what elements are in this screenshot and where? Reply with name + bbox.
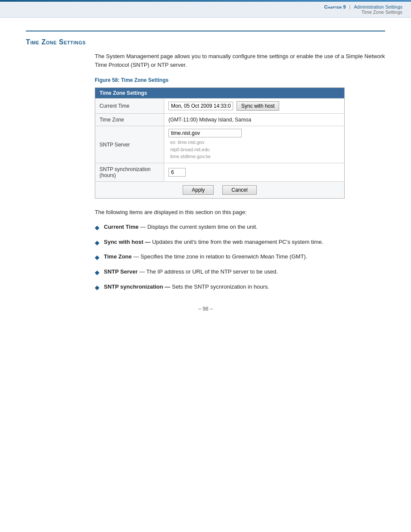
header-chapter-info: Chapter 9 | Administration Settings Time…: [324, 4, 403, 15]
page-footer: – 98 –: [26, 297, 385, 316]
chapter-label: Chapter 9: [324, 4, 346, 9]
current-time-input[interactable]: [168, 102, 233, 110]
page-number: – 98 –: [198, 306, 212, 312]
sntp-sync-value: [164, 163, 344, 181]
pipe-sep: |: [348, 4, 352, 9]
bullet-icon: ◆: [95, 238, 100, 248]
main-content: Time Zone Settings The System Management…: [0, 18, 411, 333]
section-title: Time Zone Settings: [26, 38, 385, 46]
sntp-server-label: SNTP Server: [95, 126, 164, 163]
tz-box-header: Time Zone Settings: [95, 88, 344, 98]
sntp-hint-3: time.stdtime.gov.tw: [170, 153, 242, 160]
bullet-icon: ◆: [95, 253, 100, 262]
figure-caption: Figure 58: Time Zone Settings: [95, 77, 385, 83]
term-sntp-server: SNTP Server: [104, 268, 138, 275]
list-item: ◆ Sync with host — Updates the unit's ti…: [95, 238, 385, 248]
list-item: ◆ Time Zone — Specifies the time zone in…: [95, 252, 385, 262]
list-item-text: SNTP synchronization — Sets the SNTP syc…: [104, 283, 385, 291]
term-sync-host: Sync with host —: [104, 239, 150, 245]
sync-with-host-button[interactable]: Sync with host: [237, 101, 279, 111]
bullet-icon: ◆: [95, 283, 100, 292]
list-item: ◆ SNTP synchronization — Sets the SNTP s…: [95, 283, 385, 292]
term-time-zone: Time Zone: [104, 253, 132, 260]
sntp-hint-2: ntp0.broad.mit.edu: [170, 146, 242, 153]
time-zone-label: Time Zone: [95, 114, 164, 126]
sntp-sync-input[interactable]: [168, 168, 186, 177]
sntp-sync-row: SNTP synchronization (hours): [95, 163, 344, 181]
tz-buttons-row: Apply Cancel: [95, 181, 344, 198]
list-item: ◆ SNTP Server — The IP address or URL of…: [95, 268, 385, 277]
time-zone-row: Time Zone (GMT-11:00) Midway Island, Sam…: [95, 113, 344, 126]
header-band: Chapter 9 | Administration Settings Time…: [0, 2, 411, 18]
current-time-value: Sync with host: [164, 99, 344, 113]
intro-paragraph: The System Management page allows you to…: [95, 52, 385, 69]
section-divider: [26, 31, 385, 31]
sntp-hints: ex: time.nist.gov ntp0.broad.mit.edu tim…: [170, 139, 242, 160]
cancel-button[interactable]: Cancel: [222, 185, 256, 195]
sntp-server-value: ex: time.nist.gov ntp0.broad.mit.edu tim…: [164, 126, 344, 163]
desc-intro: The following items are displayed in thi…: [95, 208, 385, 217]
page-subtitle-label: Time Zone Settings: [324, 9, 403, 15]
term-sntp-sync: SNTP synchronization —: [104, 283, 170, 290]
list-item-text: Sync with host — Updates the unit's time…: [104, 238, 385, 246]
desc-list: ◆ Current Time — Displays the current sy…: [95, 223, 385, 292]
sntp-server-row: SNTP Server ex: time.nist.gov ntp0.broad…: [95, 126, 344, 163]
sntp-inner: ex: time.nist.gov ntp0.broad.mit.edu tim…: [168, 129, 242, 160]
current-time-row: Current Time Sync with host: [95, 98, 344, 113]
sntp-sync-label: SNTP synchronization (hours): [95, 163, 164, 181]
time-zone-value: (GMT-11:00) Midway Island, Samoa: [164, 114, 344, 126]
term-current-time: Current Time: [104, 224, 139, 230]
list-item-text: Current Time — Displays the current syst…: [104, 223, 385, 231]
list-item-text: SNTP Server — The IP address or URL of t…: [104, 268, 385, 276]
tz-settings-box: Time Zone Settings Current Time Sync wit…: [95, 87, 345, 199]
current-time-label: Current Time: [95, 99, 164, 113]
admin-settings-label: Administration Settings: [354, 4, 403, 9]
list-item-text: Time Zone — Specifies the time zone in r…: [104, 252, 385, 261]
bullet-icon: ◆: [95, 223, 100, 233]
list-item: ◆ Current Time — Displays the current sy…: [95, 223, 385, 233]
sntp-server-input[interactable]: [168, 129, 242, 137]
apply-button[interactable]: Apply: [183, 185, 214, 195]
sntp-hint-1: ex: time.nist.gov: [170, 139, 242, 146]
figure-container: Time Zone Settings Current Time Sync wit…: [95, 87, 385, 199]
time-zone-text: (GMT-11:00) Midway Island, Samoa: [168, 117, 251, 123]
bullet-icon: ◆: [95, 268, 100, 277]
